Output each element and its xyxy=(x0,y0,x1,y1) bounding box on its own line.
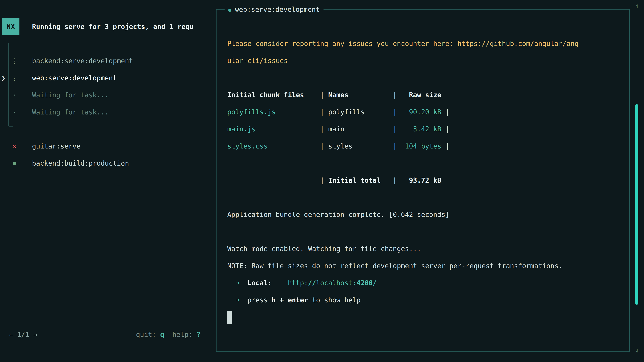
task-row-waiting-1[interactable]: ·Waiting for task... xyxy=(0,86,215,104)
scrollbar-thumb[interactable] xyxy=(635,104,638,305)
url-prefix: http://localhost: xyxy=(288,279,356,287)
message-text: Watch mode enabled. Watching for file ch… xyxy=(227,245,421,253)
arrow-icon: ➜ xyxy=(235,296,239,304)
spinner-icon: ⋮ xyxy=(10,52,18,69)
running-task-list: ⋮backend:serve:development ❯⋮web:serve:d… xyxy=(0,52,215,121)
spinner-icon: ⋮ xyxy=(10,69,18,86)
nx-logo-badge: NX xyxy=(2,18,20,35)
chunk-table-row: styles.css|styles|104 bytes| xyxy=(227,138,613,155)
scroll-down-icon: ↓ xyxy=(633,346,642,354)
chunk-file: polyfills.js xyxy=(227,103,316,120)
task-label: Waiting for task... xyxy=(32,104,109,121)
table-separator: | xyxy=(445,138,449,155)
notice-line-2: ular-cli/issues xyxy=(227,52,613,69)
local-url-line: ➜Local:http://localhost:4200/ xyxy=(227,274,613,292)
task-label: web:serve:development xyxy=(32,69,117,86)
chunk-file: styles.css xyxy=(227,138,316,155)
header-raw-size: Raw size xyxy=(401,86,442,103)
header-names: Names xyxy=(328,86,389,103)
scroll-up-icon: ↑ xyxy=(633,2,642,10)
cursor-line xyxy=(227,309,613,326)
chunk-name: main xyxy=(328,120,389,138)
arrow-icon: ➜ xyxy=(235,279,239,287)
note-message: NOTE: Raw file sizes do not reflect deve… xyxy=(227,257,613,274)
selected-caret-icon: ❯ xyxy=(1,69,5,86)
url-suffix: / xyxy=(373,279,377,287)
task-row-web-serve[interactable]: ❯⋮web:serve:development xyxy=(0,69,215,86)
table-separator: | xyxy=(320,172,324,189)
table-separator: | xyxy=(320,138,324,155)
notice-line-1: Please consider reporting any issues you… xyxy=(227,35,613,52)
quit-hint-label: quit: xyxy=(136,331,156,338)
task-label: guitar:serve xyxy=(32,138,80,155)
blank-line xyxy=(227,155,613,172)
chunk-name: styles xyxy=(328,138,389,155)
task-row-waiting-2[interactable]: ·Waiting for task... xyxy=(0,104,215,121)
task-row-guitar-serve[interactable]: ✕guitar:serve xyxy=(0,138,215,155)
app-title: Running serve for 3 projects, and 1 requ xyxy=(32,23,215,31)
url-port: 4200 xyxy=(356,279,373,287)
task-row-backend-serve[interactable]: ⋮backend:serve:development xyxy=(0,52,215,69)
task-label: backend:build:production xyxy=(32,155,129,172)
header-chunk-files: Initial chunk files xyxy=(227,86,316,103)
error-x-icon: ✕ xyxy=(10,138,18,155)
help-keys: h + enter xyxy=(272,296,308,304)
help-hint-label: help: xyxy=(172,331,192,338)
table-separator: | xyxy=(445,120,449,138)
help-hint-line: ➜press h + enter to show help xyxy=(227,292,613,309)
terminal-cursor xyxy=(227,311,232,324)
bundle-complete-message: Application bundle generation complete. … xyxy=(227,206,613,223)
total-label: Initial total xyxy=(328,172,389,189)
chunk-size: 3.42 kB xyxy=(401,120,442,138)
chunk-table-row: main.js|main|3.42 kB| xyxy=(227,120,613,138)
chunk-table-header: Initial chunk files|Names|Raw size xyxy=(227,86,613,103)
waiting-dot-icon: · xyxy=(10,86,18,104)
blank-line xyxy=(227,189,613,206)
panel-title: ●web:serve:development xyxy=(224,4,324,14)
chunk-name: polyfills xyxy=(328,103,389,120)
terminal-output: Please consider reporting any issues you… xyxy=(227,35,613,326)
help-prefix: press xyxy=(247,296,272,304)
table-separator: | xyxy=(320,120,324,138)
table-separator: | xyxy=(393,138,397,155)
watch-mode-message: Watch mode enabled. Watching for file ch… xyxy=(227,240,613,257)
task-row-backend-build[interactable]: ■backend:build:production xyxy=(0,155,215,172)
table-separator: | xyxy=(393,172,397,189)
stopped-square-icon: ■ xyxy=(10,155,18,172)
notice-text: Please consider reporting any issues you… xyxy=(227,40,578,47)
table-separator: | xyxy=(320,86,324,103)
local-url-link[interactable]: http://localhost:4200/ xyxy=(288,279,377,287)
blank-line xyxy=(227,223,613,240)
help-suffix: to show help xyxy=(308,296,360,304)
table-separator: | xyxy=(393,103,397,120)
table-separator: | xyxy=(445,103,449,120)
quit-key: q xyxy=(160,331,164,338)
local-label: Local: xyxy=(247,279,272,287)
table-separator: | xyxy=(393,86,397,103)
footer-key-hints: quit:qhelp:? xyxy=(0,331,200,339)
chunk-size: 90.20 kB xyxy=(401,103,442,120)
help-key: ? xyxy=(196,331,200,338)
task-label: Waiting for task... xyxy=(32,86,109,104)
message-text: Application bundle generation complete. … xyxy=(227,211,450,218)
table-separator: | xyxy=(393,120,397,138)
status-dot-icon: ● xyxy=(228,7,231,13)
table-separator: | xyxy=(320,103,324,120)
total-size: 93.72 kB xyxy=(401,172,442,189)
message-text: NOTE: Raw file sizes do not reflect deve… xyxy=(227,262,562,270)
chunk-size: 104 bytes xyxy=(401,138,442,155)
notice-text: ular-cli/issues xyxy=(227,57,288,64)
output-panel: ●web:serve:development Please consider r… xyxy=(216,9,630,352)
task-label: backend:serve:development xyxy=(32,52,133,69)
waiting-dot-icon: · xyxy=(10,104,18,121)
panel-title-text: web:serve:development xyxy=(235,5,320,13)
other-task-list: ✕guitar:serve ■backend:build:production xyxy=(0,138,215,172)
chunk-file: main.js xyxy=(227,120,316,138)
blank-line xyxy=(227,69,613,86)
initial-total-row: |Initial total|93.72 kB xyxy=(227,172,613,189)
chunk-table-row: polyfills.js|polyfills|90.20 kB| xyxy=(227,103,613,120)
